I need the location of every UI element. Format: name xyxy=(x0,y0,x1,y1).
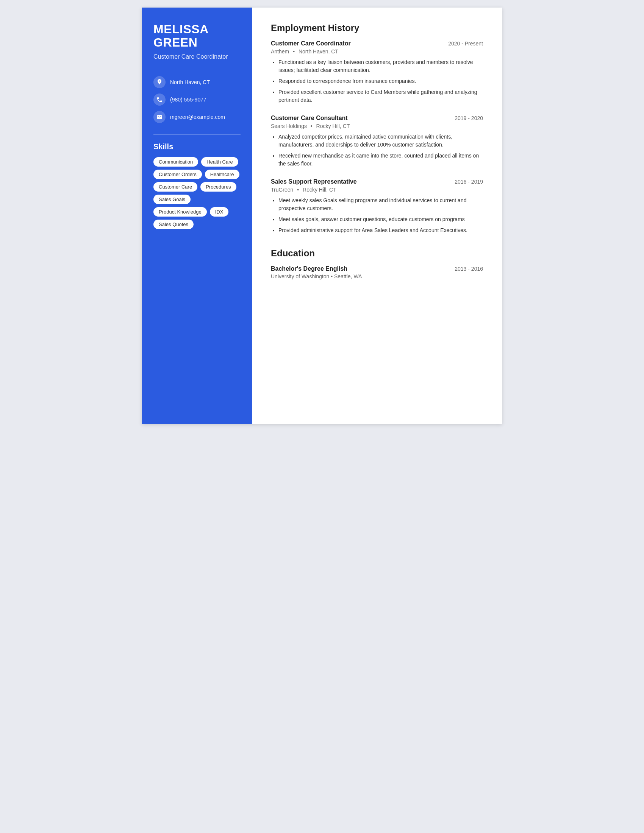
skill-badge: Customer Orders xyxy=(153,170,202,179)
contact-location: North Haven, CT xyxy=(153,76,241,88)
job-entry: Customer Care Consultant2019 - 2020Sears… xyxy=(271,115,483,168)
contact-section: North Haven, CT (980) 555-9077 mgreen@ex… xyxy=(153,76,241,123)
job-bullets: Analyzed competitor prices, maintained a… xyxy=(271,133,483,168)
skill-badge: Product Knowledge xyxy=(153,207,207,217)
job-company: TruGreen • Rocky Hill, CT xyxy=(271,187,483,193)
job-bullets: Meet weekly sales Goals selling programs… xyxy=(271,196,483,234)
job-header: Customer Care Consultant2019 - 2020 xyxy=(271,115,483,122)
resume-container: MELISSA GREEN Customer Care Coordinator … xyxy=(142,8,502,424)
skill-badge: Sales Quotes xyxy=(153,220,193,229)
divider xyxy=(153,134,241,135)
skills-section: Skills CommunicationHealth CareCustomer … xyxy=(153,142,241,229)
contact-email: mgreen@example.com xyxy=(153,111,241,123)
job-bullet: Received new merchandise as it came into… xyxy=(279,152,483,168)
job-title-text: Customer Care Consultant xyxy=(271,115,348,122)
skill-badge: Customer Care xyxy=(153,182,197,191)
job-entry: Sales Support Representative2016 - 2019T… xyxy=(271,178,483,234)
candidate-job-title: Customer Care Coordinator xyxy=(153,53,241,61)
edu-degree: Bachelor's Degree English xyxy=(271,265,348,272)
job-entry: Customer Care Coordinator2020 - PresentA… xyxy=(271,40,483,104)
job-bullet: Meet weekly sales Goals selling programs… xyxy=(279,196,483,212)
main-content: Employment History Customer Care Coordin… xyxy=(252,8,502,424)
name-section: MELISSA GREEN Customer Care Coordinator xyxy=(153,23,241,61)
jobs-list: Customer Care Coordinator2020 - PresentA… xyxy=(271,40,483,234)
education-heading: Education xyxy=(271,248,483,259)
job-bullet: Provided excellent customer service to C… xyxy=(279,88,483,104)
skill-badge: Communication xyxy=(153,157,198,167)
job-bullet: Meet sales goals, answer customer questi… xyxy=(279,215,483,224)
job-bullets: Functioned as a key liaison between cust… xyxy=(271,58,483,104)
email-icon xyxy=(153,111,166,123)
skill-badge: Healthcare xyxy=(205,170,240,179)
education-section: Education Bachelor's Degree English2013 … xyxy=(271,248,483,280)
job-company: Anthem • North Haven, CT xyxy=(271,48,483,55)
job-bullet: Provided administrative support for Area… xyxy=(279,227,483,234)
job-dates: 2016 - 2019 xyxy=(455,179,483,185)
job-bullet: Analyzed competitor prices, maintained a… xyxy=(279,133,483,149)
phone-icon xyxy=(153,93,166,106)
job-title-text: Customer Care Coordinator xyxy=(271,40,351,47)
edu-dates: 2013 - 2016 xyxy=(455,266,483,272)
edu-header: Bachelor's Degree English2013 - 2016 xyxy=(271,265,483,272)
contact-phone: (980) 555-9077 xyxy=(153,93,241,106)
skill-badge: Sales Goals xyxy=(153,195,190,204)
sidebar: MELISSA GREEN Customer Care Coordinator … xyxy=(142,8,252,424)
skills-list: CommunicationHealth CareCustomer OrdersH… xyxy=(153,157,241,229)
job-company: Sears Holdings • Rocky Hill, CT xyxy=(271,123,483,129)
candidate-name: MELISSA GREEN xyxy=(153,23,241,49)
employment-heading: Employment History xyxy=(271,23,483,33)
job-bullet: Functioned as a key liaison between cust… xyxy=(279,58,483,74)
job-dates: 2019 - 2020 xyxy=(455,115,483,121)
job-header: Sales Support Representative2016 - 2019 xyxy=(271,178,483,185)
skills-heading: Skills xyxy=(153,142,241,151)
skill-badge: Procedures xyxy=(200,182,236,191)
job-bullet: Responded to correspondence from insuran… xyxy=(279,77,483,85)
job-title-text: Sales Support Representative xyxy=(271,178,357,185)
edu-entry: Bachelor's Degree English2013 - 2016Univ… xyxy=(271,265,483,280)
job-header: Customer Care Coordinator2020 - Present xyxy=(271,40,483,47)
skill-badge: IDX xyxy=(210,207,229,217)
edu-school: University of Washington • Seattle, WA xyxy=(271,273,483,280)
job-dates: 2020 - Present xyxy=(448,40,483,47)
employment-section: Employment History Customer Care Coordin… xyxy=(271,23,483,234)
skill-badge: Health Care xyxy=(201,157,238,167)
education-list: Bachelor's Degree English2013 - 2016Univ… xyxy=(271,265,483,280)
location-icon xyxy=(153,76,166,88)
